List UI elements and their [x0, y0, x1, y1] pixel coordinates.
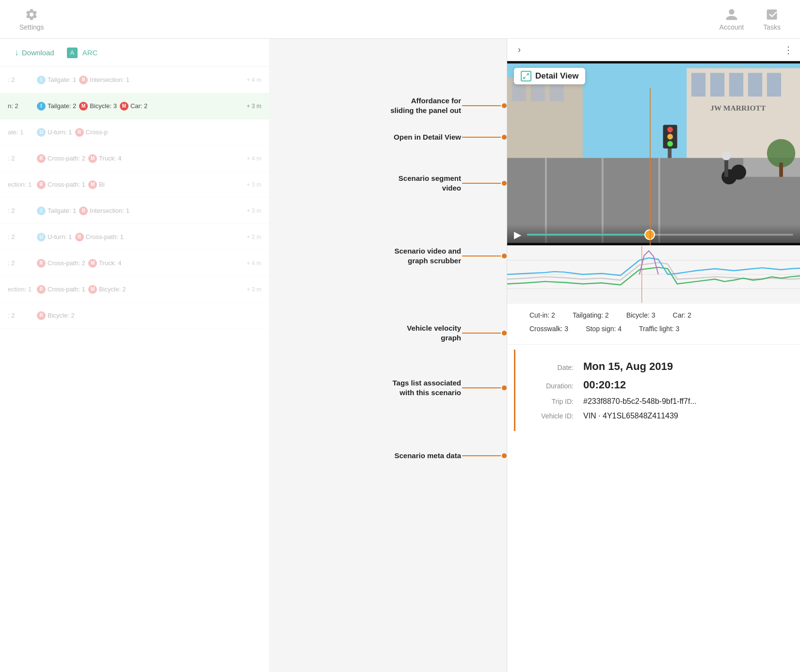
tag: R Bicycle: 2	[37, 311, 75, 320]
tags-list: R Cross-path: 2 M Truck: 4	[37, 154, 245, 163]
slide-panel-button[interactable]: ›	[514, 43, 525, 57]
svg-rect-7	[710, 73, 724, 96]
tag-label-tailgating: Tailgating: 2	[573, 311, 609, 319]
svg-rect-3	[531, 82, 545, 101]
tag-dot: M	[88, 259, 97, 268]
settings-nav-item[interactable]: Settings	[19, 8, 44, 31]
panel-header-left: ›	[514, 43, 525, 57]
list-item[interactable]: : 2 R Cross-path: 2 M Truck: 4 + 4 m	[0, 145, 269, 172]
date-value: Mon 15, Aug 2019	[583, 360, 673, 373]
progress-bar[interactable]	[527, 234, 793, 236]
tag: M Bicycle: 3	[79, 102, 117, 111]
list-item[interactable]: ection: 1 R Cross-path: 1 M Bi + 3 m	[0, 172, 269, 198]
detail-view-badge[interactable]: Detail View	[514, 68, 585, 84]
tasks-icon	[765, 8, 779, 21]
tag: M Bi	[88, 180, 105, 189]
list-item[interactable]: : 2 R Cross-path: 2 M Truck: 4 + 4 m	[0, 250, 269, 276]
tag: M Car: 2	[120, 102, 147, 111]
tag-dot: R	[37, 285, 46, 294]
velocity-graph-svg	[507, 245, 800, 304]
meta-row-date: Date: Mon 15, Aug 2019	[525, 357, 790, 376]
row-prefix: : 2	[8, 259, 37, 267]
tag: M Truck: 4	[88, 259, 121, 268]
list-item[interactable]: : 2 I Tailgate: 1 R Intersection: 1 + 4 …	[0, 67, 269, 93]
tag-item-stopsign: M Stop sign: 4	[573, 324, 622, 334]
archive-button[interactable]: A ARC	[67, 48, 98, 58]
list-item[interactable]: ate: 1 U U-turn: 1 R Cross-p	[0, 119, 269, 145]
tag-dot: U	[37, 128, 46, 137]
video-controls: ▶	[507, 224, 800, 245]
annotation-7: Scenario meta data	[394, 451, 507, 461]
tag: I Tailgate: 2	[37, 102, 76, 111]
account-icon	[725, 8, 738, 21]
tag-label-cut-in: Cut-in: 2	[529, 311, 555, 319]
annotation-line	[462, 137, 501, 138]
annotation-line	[462, 455, 501, 456]
annotation-dot	[502, 181, 507, 186]
list-item[interactable]: ection: 1 R Cross-path: 1 M Bicycle: 2 +…	[0, 276, 269, 303]
list-item[interactable]: : 2 R Bicycle: 2	[0, 303, 269, 329]
scrubber-handle[interactable]	[644, 229, 655, 240]
svg-point-24	[667, 134, 673, 140]
svg-point-23	[667, 127, 673, 132]
tasks-label: Tasks	[763, 23, 781, 31]
play-button[interactable]: ▶	[514, 229, 521, 240]
svg-rect-10	[767, 73, 781, 96]
list-item[interactable]: n: 2 I Tailgate: 2 M Bicycle: 3 M Car: 2…	[0, 93, 269, 119]
tag-dot-tailgating: I	[560, 310, 570, 320]
annotation-text: Scenario segmentvideo	[399, 174, 461, 192]
annotation-line	[462, 256, 501, 256]
tag: M Bicycle: 2	[88, 285, 126, 294]
more-badge: + 3 m	[247, 181, 261, 188]
tag-label-crosswalk: Crosswalk: 3	[529, 325, 568, 333]
svg-rect-4	[550, 82, 564, 101]
list-item[interactable]: : 2 U U-turn: 1 R Cross-path: 1 + 2 m	[0, 224, 269, 250]
more-badge: + 3 m	[247, 286, 261, 293]
tag-dot: U	[37, 233, 46, 241]
list-item[interactable]: : 2 I Tailgate: 1 R Intersection: 1 + 3 …	[0, 198, 269, 224]
panel-header: › ⋮	[507, 39, 800, 61]
tag: R Cross-path: 1	[75, 233, 124, 241]
tag-label-trafficlight: Traffic light: 3	[639, 325, 679, 333]
tag-label-car: Car: 2	[673, 311, 691, 319]
tag-item-cut-in: I Cut-in: 2	[517, 310, 555, 320]
annotation-1: Affordance forsliding the panel out	[390, 96, 507, 115]
vehicle-id-value: VIN · 4Y1SL65848Z411439	[583, 412, 678, 420]
detail-view-icon	[521, 71, 531, 81]
tag-dot: I	[37, 102, 46, 111]
actions-bar: ↓ Download A ARC	[0, 39, 269, 67]
annotation-line	[462, 105, 501, 106]
tags-list: U U-turn: 1 R Cross-p	[37, 128, 261, 137]
duration-value: 00:20:12	[583, 379, 626, 391]
tag-dot-cut-in: I	[517, 310, 527, 320]
detail-view-label: Detail View	[535, 71, 578, 81]
tag: R Cross-path: 2	[37, 154, 85, 163]
row-prefix: n: 2	[8, 102, 37, 110]
scenario-list: : 2 I Tailgate: 1 R Intersection: 1 + 4 …	[0, 67, 269, 329]
tag: U U-turn: 1	[37, 128, 72, 137]
tag-dot: R	[37, 311, 46, 320]
annotation-6: Tags list associatedwith this scenario	[393, 378, 507, 397]
download-icon: ↓	[15, 48, 19, 58]
tag-dot: R	[37, 154, 46, 163]
tag: R Intersection: 1	[79, 76, 129, 84]
archive-label: ARC	[82, 48, 98, 57]
tag-dot-bicycle: M	[614, 310, 624, 320]
tag: R Cross-path: 2	[37, 259, 85, 268]
vehicle-id-label: Vehicle ID:	[525, 412, 574, 420]
tasks-nav-item[interactable]: Tasks	[763, 8, 781, 31]
left-panel: ↓ Download A ARC : 2 I Tailgate: 1 R Int…	[0, 39, 269, 672]
duration-label: Duration:	[525, 382, 574, 390]
account-nav-item[interactable]: Account	[720, 8, 744, 31]
svg-point-25	[667, 141, 673, 147]
tag-dot: R	[79, 207, 88, 215]
tag: R Cross-p	[75, 128, 108, 137]
nav-left: Settings	[19, 8, 44, 31]
tag-dot: R	[37, 259, 46, 268]
tag: R Cross-path: 1	[37, 180, 85, 189]
tag-item-bicycle: M Bicycle: 3	[614, 310, 656, 320]
tags-row-1: I Cut-in: 2 I Tailgating: 2 M Bicycle: 3…	[517, 310, 790, 320]
more-options-button[interactable]: ⋮	[784, 44, 793, 56]
download-button[interactable]: ↓ Download	[10, 45, 59, 61]
trip-id-label: Trip ID:	[525, 398, 574, 405]
